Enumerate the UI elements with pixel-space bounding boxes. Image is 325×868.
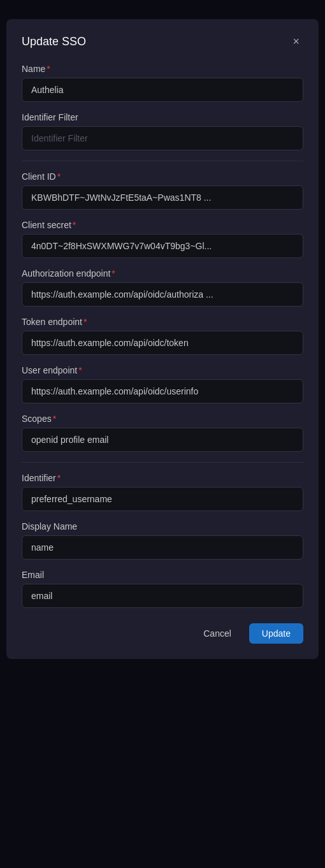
- user-endpoint-field-group: User endpoint*: [22, 365, 303, 403]
- authorization-endpoint-input[interactable]: [22, 282, 303, 307]
- authorization-endpoint-field-group: Authorization endpoint*: [22, 268, 303, 307]
- client-id-label: Client ID*: [22, 171, 303, 182]
- name-required-star: *: [47, 64, 50, 74]
- display-name-field-group: Display Name: [22, 521, 303, 560]
- identifier-filter-input[interactable]: [22, 126, 303, 150]
- name-field-group: Name*: [22, 64, 303, 102]
- identifier-label: Identifier*: [22, 473, 303, 483]
- authorization-endpoint-label: Authorization endpoint*: [22, 268, 303, 278]
- name-input[interactable]: [22, 78, 303, 102]
- update-button[interactable]: Update: [249, 623, 303, 644]
- cancel-button[interactable]: Cancel: [193, 623, 242, 644]
- identifier-filter-label: Identifier Filter: [22, 112, 303, 122]
- scopes-input[interactable]: [22, 428, 303, 452]
- divider-2: [22, 462, 303, 463]
- display-name-label: Display Name: [22, 521, 303, 532]
- identifier-required-star: *: [57, 473, 61, 483]
- token-endpoint-label: Token endpoint*: [22, 317, 303, 327]
- client-secret-required-star: *: [73, 220, 76, 230]
- client-id-required-star: *: [57, 171, 61, 182]
- modal-header: Update SSO ×: [22, 34, 303, 48]
- modal-overlay: Update SSO × Name* Identifier Filter Cli…: [0, 0, 325, 868]
- modal-footer: Cancel Update: [22, 623, 303, 644]
- email-input[interactable]: [22, 584, 303, 608]
- divider-1: [22, 161, 303, 161]
- identifier-field-group: Identifier*: [22, 473, 303, 511]
- token-endpoint-input[interactable]: [22, 331, 303, 355]
- auth-endpoint-required-star: *: [112, 268, 115, 278]
- email-label: Email: [22, 570, 303, 580]
- scopes-required-star: *: [53, 414, 56, 424]
- user-endpoint-required-star: *: [78, 365, 82, 375]
- client-secret-input[interactable]: [22, 234, 303, 258]
- modal-title: Update SSO: [22, 35, 86, 48]
- display-name-input[interactable]: [22, 535, 303, 560]
- modal-container: Update SSO × Name* Identifier Filter Cli…: [6, 19, 319, 659]
- name-label: Name*: [22, 64, 303, 74]
- client-id-input[interactable]: [22, 185, 303, 210]
- token-endpoint-required-star: *: [83, 317, 87, 327]
- user-endpoint-label: User endpoint*: [22, 365, 303, 375]
- token-endpoint-field-group: Token endpoint*: [22, 317, 303, 355]
- client-secret-field-group: Client secret*: [22, 220, 303, 258]
- client-secret-label: Client secret*: [22, 220, 303, 230]
- close-button[interactable]: ×: [289, 34, 303, 48]
- user-endpoint-input[interactable]: [22, 379, 303, 403]
- scopes-field-group: Scopes*: [22, 414, 303, 452]
- client-id-field-group: Client ID*: [22, 171, 303, 210]
- scopes-label: Scopes*: [22, 414, 303, 424]
- identifier-filter-field-group: Identifier Filter: [22, 112, 303, 150]
- identifier-input[interactable]: [22, 487, 303, 511]
- email-field-group: Email: [22, 570, 303, 608]
